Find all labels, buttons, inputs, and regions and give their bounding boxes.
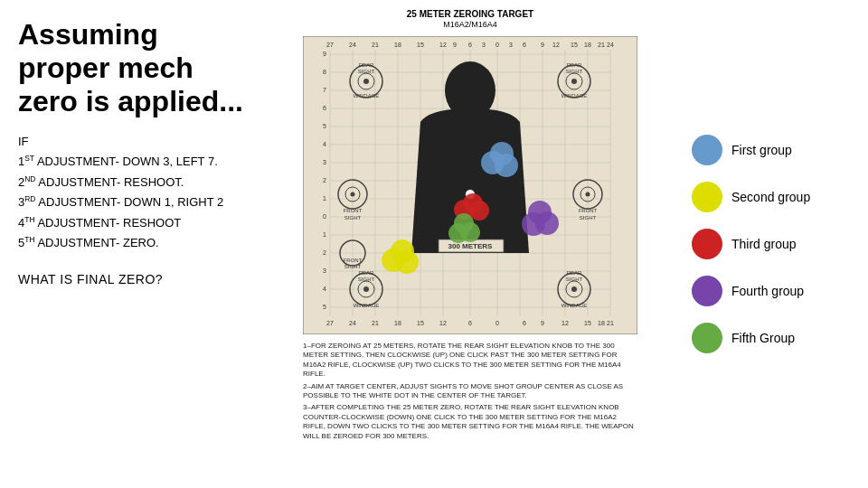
svg-text:6: 6 (523, 320, 526, 326)
first-group-label: First group (731, 143, 792, 157)
legend-item-third: Third group (692, 229, 850, 259)
svg-point-97 (586, 192, 590, 197)
svg-text:12: 12 (552, 42, 560, 48)
svg-text:9: 9 (453, 42, 457, 48)
svg-text:18: 18 (394, 320, 401, 326)
svg-text:24: 24 (349, 42, 356, 48)
svg-text:SIGHT: SIGHT (580, 215, 597, 221)
svg-text:WINDAGE: WINDAGE (354, 93, 380, 99)
svg-text:3: 3 (323, 267, 326, 274)
svg-text:4: 4 (323, 141, 326, 147)
adj-line4: 4TH ADJUSTMENT- RESHOOT (18, 213, 253, 233)
svg-text:3: 3 (482, 42, 486, 48)
svg-text:0: 0 (495, 42, 499, 48)
svg-text:21: 21 (598, 42, 605, 48)
left-panel: Assuming proper mech zero is applied... … (9, 9, 262, 479)
target-area: 27 24 21 18 15 12 9 6 3 0 3 6 9 12 15 18 (303, 36, 637, 441)
legend-item-first: First group (692, 135, 850, 165)
svg-text:5: 5 (323, 123, 326, 129)
svg-text:SIGHT: SIGHT (358, 277, 375, 282)
svg-text:24: 24 (607, 42, 614, 48)
legend-item-second: Second group (692, 182, 850, 212)
svg-text:15: 15 (584, 320, 591, 326)
if-label: IF (18, 132, 253, 152)
svg-text:FRONT: FRONT (579, 208, 598, 213)
main-container: Assuming proper mech zero is applied... … (0, 0, 868, 488)
svg-text:SIGHT: SIGHT (344, 215, 362, 221)
svg-text:9: 9 (323, 51, 326, 57)
svg-text:REAR: REAR (359, 62, 374, 68)
center-panel: 25 METER ZEROING TARGET M16A2/M16A4 (262, 9, 678, 479)
svg-text:REAR: REAR (567, 62, 582, 68)
adjustments-list: IF 1ST ADJUSTMENT- DOWN 3, LEFT 7. 2ND A… (18, 132, 253, 253)
svg-text:0: 0 (323, 213, 326, 220)
legend-item-fourth: Fourth group (692, 276, 850, 306)
svg-text:3: 3 (323, 159, 326, 165)
legend-panel: First group Second group Third group Fou… (678, 9, 859, 479)
svg-text:0: 0 (495, 320, 499, 326)
svg-text:18: 18 (584, 42, 591, 48)
fifth-group-circle (692, 323, 722, 353)
svg-text:15: 15 (417, 42, 424, 48)
svg-text:12: 12 (439, 42, 447, 48)
svg-text:1: 1 (323, 195, 326, 202)
svg-point-80 (363, 79, 369, 84)
svg-text:5: 5 (323, 304, 326, 310)
third-group-circle (692, 229, 722, 259)
svg-text:24: 24 (349, 320, 356, 326)
adj-line1: 1ST ADJUSTMENT- DOWN 3, LEFT 7. (18, 152, 253, 172)
svg-point-108 (571, 286, 577, 292)
note-1: 1–FOR ZEROING AT 25 METERS, ROTATE THE R… (303, 342, 637, 380)
target-svg: 27 24 21 18 15 12 9 6 3 0 3 6 9 12 15 18 (303, 36, 637, 334)
svg-point-92 (351, 192, 355, 197)
svg-text:6: 6 (523, 42, 526, 48)
target-notes: 1–FOR ZEROING AT 25 METERS, ROTATE THE R… (303, 342, 637, 441)
note-3: 3–AFTER COMPLETING THE 25 METER ZERO, RO… (303, 403, 637, 441)
svg-text:12: 12 (439, 320, 447, 326)
svg-point-86 (571, 79, 577, 84)
svg-point-122 (469, 201, 489, 221)
fourth-group-label: Fourth group (731, 284, 804, 298)
svg-text:8: 8 (323, 69, 326, 75)
svg-text:FRONT: FRONT (344, 258, 363, 263)
svg-text:7: 7 (323, 87, 326, 93)
svg-text:REAR: REAR (359, 270, 374, 276)
svg-text:21: 21 (372, 320, 379, 326)
svg-text:SIGHT: SIGHT (566, 277, 583, 282)
svg-text:15: 15 (571, 42, 578, 48)
adj-line3: 3RD ADJUSTMENT- DOWN 1, RIGHT 2 (18, 192, 253, 212)
svg-text:18: 18 (394, 42, 401, 48)
svg-text:WINDAGE: WINDAGE (561, 303, 588, 308)
svg-text:SIGHT: SIGHT (566, 69, 583, 74)
svg-text:6: 6 (468, 320, 472, 326)
svg-text:9: 9 (541, 42, 544, 48)
svg-point-128 (460, 222, 480, 242)
svg-point-125 (535, 211, 559, 235)
adj-line2: 2ND ADJUSTMENT- RESHOOT. (18, 173, 253, 192)
svg-text:2: 2 (323, 177, 326, 183)
legend-item-fifth: Fifth Group (692, 323, 850, 353)
target-subtitle: M16A2/M16A4 (443, 20, 497, 29)
svg-text:21: 21 (372, 42, 379, 48)
second-group-label: Second group (731, 190, 810, 204)
fifth-group-label: Fifth Group (731, 331, 795, 345)
svg-point-116 (495, 154, 518, 177)
main-title: Assuming proper mech zero is applied... (18, 18, 253, 117)
svg-text:21: 21 (607, 320, 614, 326)
svg-text:27: 27 (326, 42, 334, 48)
svg-text:6: 6 (323, 105, 326, 111)
svg-text:4: 4 (323, 286, 326, 292)
target-title: 25 METER ZEROING TARGET (407, 9, 533, 19)
second-group-circle (692, 182, 722, 212)
svg-text:18: 18 (598, 320, 605, 326)
svg-text:9: 9 (541, 320, 544, 326)
svg-text:1: 1 (323, 231, 326, 238)
svg-text:12: 12 (561, 320, 569, 326)
svg-text:2: 2 (323, 249, 326, 256)
svg-text:3: 3 (509, 42, 513, 48)
adj-line5: 5TH ADJUSTMENT- ZERO. (18, 233, 253, 253)
what-final-zero: WHAT IS FINAL ZERO? (18, 272, 253, 286)
svg-text:6: 6 (468, 42, 472, 48)
svg-text:27: 27 (326, 320, 334, 326)
svg-text:WINDAGE: WINDAGE (354, 303, 380, 308)
